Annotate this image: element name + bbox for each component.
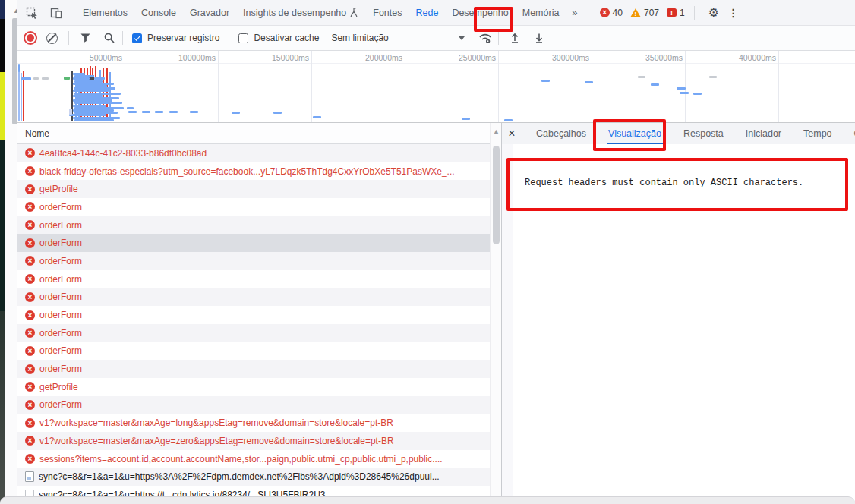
error-status-icon: × (25, 418, 35, 428)
scroll-up-icon[interactable]: ▲ (491, 128, 502, 135)
settings-gear-button[interactable]: ⚙ (704, 3, 724, 23)
request-row[interactable]: ×orderForm (17, 198, 490, 216)
waterfall-bar (69, 114, 106, 116)
request-row[interactable]: ×4ea8fca4-144c-41c2-8033-b86df0bc08ad (17, 144, 490, 162)
throttling-caret-icon[interactable] (459, 36, 465, 40)
request-row[interactable]: sync?c=8&r=1&a=1&u=https%3A%2F%2Fdpm.dem… (17, 468, 490, 486)
error-status-icon: × (25, 310, 35, 320)
page-scrollbar[interactable]: ▲ (5, 0, 17, 504)
ruler-divider (17, 63, 855, 64)
tab-label: Memória (522, 8, 560, 18)
device-toolbar-button[interactable] (46, 3, 66, 23)
preserve-log-label[interactable]: Preservar registro (147, 33, 219, 43)
waterfall-bar (232, 112, 240, 114)
request-name: orderForm (39, 202, 82, 213)
download-arrow-icon (534, 33, 544, 43)
request-row[interactable]: ×orderForm (17, 396, 490, 414)
detail-tab-resposta[interactable]: Resposta (676, 123, 731, 144)
tab-fontes[interactable]: Fontes (366, 0, 409, 25)
search-button[interactable] (99, 28, 119, 48)
requests-table: Nome ×4ea8fca4-144c-41c2-8033-b86df0bc08… (17, 123, 501, 504)
page-sliver-segment (0, 72, 5, 140)
more-tabs-button[interactable]: » (566, 0, 582, 25)
kebab-menu-button[interactable]: ⋮ (724, 3, 743, 23)
bottom-scrollbar-band[interactable] (0, 496, 855, 504)
page-sliver-segment (0, 311, 5, 504)
waterfall-bar (127, 107, 134, 109)
tab-label: Insights de desempenho (243, 8, 346, 18)
waterfall-bar (313, 116, 321, 118)
tab-label: Fontes (373, 8, 402, 18)
waterfall-bar (42, 77, 49, 80)
issue-count: 1 (680, 8, 685, 18)
request-row[interactable]: ×orderForm (17, 324, 490, 342)
request-name: orderForm (39, 274, 82, 285)
detail-tabbar: × CabeçalhosVisualizaçãoRespostaIniciado… (502, 123, 855, 145)
disable-cache-checkbox[interactable] (238, 33, 248, 43)
request-name: getProfile (39, 184, 78, 194)
console-warning-badge[interactable]: ! 707 (630, 8, 659, 18)
import-har-button[interactable] (505, 28, 525, 48)
export-har-button[interactable] (529, 28, 549, 48)
throttling-select-value[interactable]: Sem limitação (331, 33, 388, 43)
record-network-log-button[interactable] (24, 31, 37, 45)
disable-cache-label[interactable]: Desativar cache (254, 33, 319, 43)
tab-console[interactable]: Console (134, 0, 183, 25)
error-status-icon: × (25, 292, 35, 302)
request-row[interactable]: ×orderForm (17, 306, 490, 324)
divider (229, 31, 229, 45)
close-icon[interactable]: × (502, 127, 522, 140)
inspect-element-button[interactable] (22, 3, 42, 23)
tab-gravador[interactable]: Gravador (183, 0, 236, 25)
request-name: getProfile (39, 382, 78, 392)
timeline-tick-label: 100000ms (178, 53, 216, 62)
detail-tab-cookies[interactable]: Cookies (847, 123, 855, 144)
request-name: orderForm (39, 256, 82, 266)
request-row[interactable]: ×orderForm (17, 270, 490, 288)
timeline-tick-label: 400000ms (739, 53, 776, 62)
request-row[interactable]: ×orderForm (17, 252, 490, 270)
request-row[interactable]: ×orderForm (17, 234, 490, 252)
filter-button[interactable] (75, 28, 95, 48)
error-status-icon: × (25, 220, 35, 230)
request-row[interactable]: ×getProfile (17, 378, 490, 396)
request-row[interactable]: ×orderForm (17, 288, 490, 307)
detail-tab-iniciador[interactable]: Iniciador (738, 123, 789, 144)
request-row[interactable]: ×orderForm (17, 360, 490, 378)
request-row[interactable]: ×orderForm (17, 342, 490, 361)
request-name: orderForm (39, 345, 82, 356)
request-row[interactable]: ×sessions?items=account.id,account.accou… (17, 450, 490, 468)
tab-memória[interactable]: Memória (516, 0, 566, 25)
request-row[interactable]: ×black-friday-ofertas-especiais?utm_sour… (17, 162, 490, 181)
network-conditions-button[interactable] (475, 28, 495, 48)
requests-scrollbar[interactable]: ▲ (490, 123, 502, 504)
requests-scrollbar-thumb[interactable] (493, 146, 500, 244)
search-icon (104, 33, 115, 43)
tab-rede[interactable]: Rede (409, 0, 445, 25)
request-row[interactable]: ×v1?workspace=master&maxAge=zero&appsEta… (17, 432, 490, 450)
detail-tab-tempo[interactable]: Tempo (796, 123, 840, 144)
tab-elementos[interactable]: Elementos (76, 0, 134, 25)
waterfall-bar (190, 111, 198, 113)
console-error-badge[interactable]: × 40 (600, 8, 623, 18)
tab-insights-de-desempenho[interactable]: Insights de desempenho (236, 0, 366, 25)
request-name: orderForm (39, 399, 82, 410)
preserve-log-checkbox[interactable] (132, 33, 142, 43)
waterfall-bar (142, 111, 150, 113)
tab-desempenho[interactable]: Desempenho (445, 0, 515, 25)
clear-network-log-button[interactable] (46, 33, 58, 44)
waterfall-bar (33, 77, 39, 80)
page-sliver-segment (0, 140, 5, 311)
error-status-icon: × (25, 202, 35, 212)
page-sliver-segment (0, 19, 5, 72)
detail-tab-visualização[interactable]: Visualização (601, 123, 669, 144)
name-column-header[interactable]: Nome (17, 123, 501, 144)
issues-badge[interactable]: ! 1 (667, 8, 685, 18)
tab-label: Elementos (83, 8, 128, 18)
request-row[interactable]: ×orderForm (17, 216, 490, 235)
detail-tab-cabeçalhos[interactable]: Cabeçalhos (528, 123, 594, 144)
request-row[interactable]: ×getProfile (17, 180, 490, 198)
request-row[interactable]: ×v1?workspace=master&maxAge=long&appsEta… (17, 414, 490, 432)
network-overview-timeline[interactable]: 50000ms100000ms150000ms200000ms250000ms3… (17, 51, 855, 123)
error-status-icon: × (25, 382, 35, 392)
